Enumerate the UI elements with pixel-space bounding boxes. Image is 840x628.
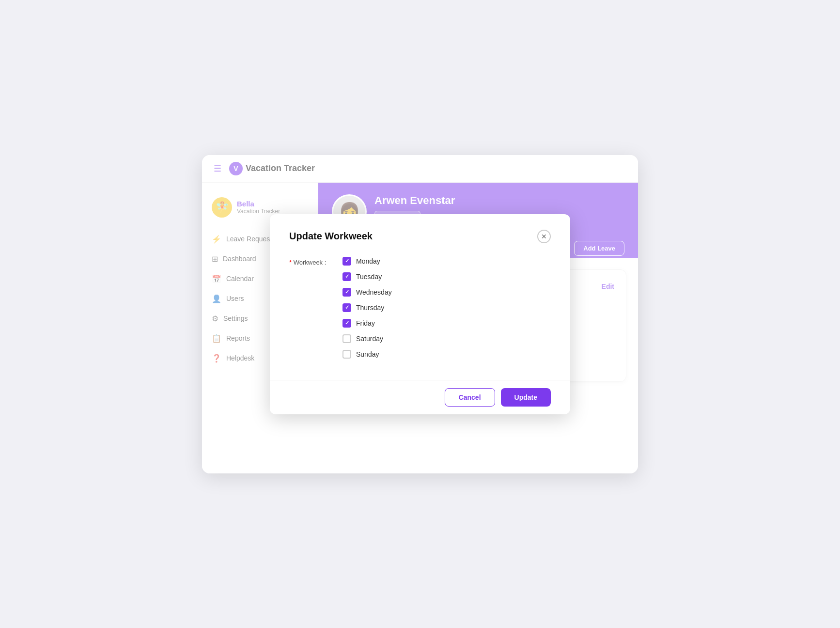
update-button[interactable]: Update [501, 388, 551, 407]
saturday-checkbox[interactable] [342, 334, 351, 343]
thursday-checkbox[interactable] [342, 303, 351, 312]
checkbox-tuesday: Tuesday [342, 272, 392, 281]
thursday-label: Thursday [356, 304, 384, 312]
checkbox-friday: Friday [342, 319, 392, 328]
content-area: 👩 Arwen Evenstar + Add label Profile Lea… [318, 183, 638, 473]
update-workweek-modal: Update Workweek ✕ * Workweek : Monday [318, 214, 570, 414]
wednesday-label: Wednesday [356, 288, 392, 296]
modal-body: Update Workweek ✕ * Workweek : Monday [318, 214, 570, 368]
friday-label: Friday [356, 319, 375, 327]
monday-checkbox[interactable] [342, 257, 351, 266]
sunday-label: Sunday [356, 350, 379, 358]
modal-title: Update Workweek [318, 231, 373, 242]
modal-footer: Cancel Update [318, 380, 570, 414]
tuesday-checkbox[interactable] [342, 272, 351, 281]
checkbox-saturday: Saturday [342, 334, 392, 343]
app-container: ☰ V Vacation Tracker 🧚 Bella Vacation Tr… [202, 155, 638, 473]
checkbox-monday: Monday [342, 257, 392, 266]
wednesday-checkbox[interactable] [342, 288, 351, 297]
checkboxes-list: Monday Tuesday Wednesday [342, 257, 392, 359]
checkbox-wednesday: Wednesday [342, 288, 392, 297]
main-layout: 🧚 Bella Vacation Tracker ⚡ Leave Request… [202, 183, 638, 473]
modal-overlay: Update Workweek ✕ * Workweek : Monday [318, 183, 638, 473]
workweek-label: * Workweek : [318, 257, 333, 266]
tuesday-label: Tuesday [356, 273, 382, 281]
close-icon[interactable]: ✕ [537, 230, 551, 243]
monday-label: Monday [356, 257, 380, 265]
cancel-button[interactable]: Cancel [445, 388, 495, 407]
friday-checkbox[interactable] [342, 319, 351, 328]
modal-header: Update Workweek ✕ [318, 230, 551, 243]
sunday-checkbox[interactable] [342, 350, 351, 359]
saturday-label: Saturday [356, 335, 383, 343]
checkbox-thursday: Thursday [342, 303, 392, 312]
checkbox-sunday: Sunday [342, 350, 392, 359]
workweek-row: * Workweek : Monday Tuesday [318, 257, 551, 359]
